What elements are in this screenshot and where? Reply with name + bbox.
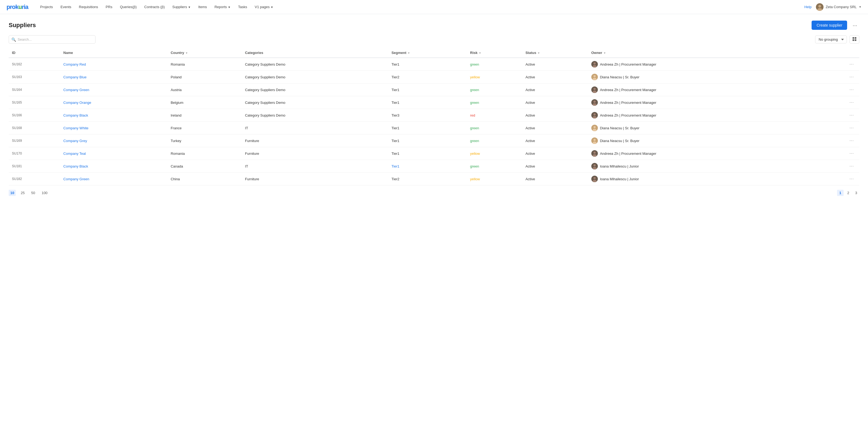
row-menu-button[interactable]: ··· xyxy=(847,163,856,170)
filter-icon-risk[interactable]: ▼ xyxy=(478,52,481,55)
cell-actions[interactable]: ··· xyxy=(812,160,859,173)
page-2-button[interactable]: 2 xyxy=(845,190,851,196)
segment-link[interactable]: Tier1 xyxy=(392,164,399,168)
dropdown-arrow-icon: ▼ xyxy=(188,6,191,9)
row-menu-button[interactable]: ··· xyxy=(847,124,856,131)
table-row: SU163Company BluePolandCategory Supplier… xyxy=(9,71,859,84)
cell-segment: Tier3 xyxy=(388,109,467,122)
row-menu-button[interactable]: ··· xyxy=(847,61,856,68)
dropdown-arrow-icon: ▼ xyxy=(271,6,273,9)
cell-segment: Tier1 xyxy=(388,58,467,71)
grouping-select[interactable]: No groupingBy CountryBy SegmentBy Status xyxy=(815,35,847,43)
svg-point-32 xyxy=(593,164,596,166)
owner-name: Andreea Zh | Procurement Manager xyxy=(600,152,656,156)
risk-badge: green xyxy=(470,88,479,92)
cell-name[interactable]: Company Blue xyxy=(60,71,167,84)
cell-name[interactable]: Company Black xyxy=(60,160,167,173)
cell-categories: Category Suppliers Demo xyxy=(242,96,388,109)
nav-link-reports[interactable]: Reports ▼ xyxy=(211,3,234,10)
supplier-name-link[interactable]: Company Red xyxy=(63,62,86,66)
nav-link-contracts[interactable]: Contracts (β) xyxy=(141,3,168,10)
supplier-name-link[interactable]: Company Blue xyxy=(63,75,87,79)
row-menu-button[interactable]: ··· xyxy=(847,175,856,183)
user-profile[interactable]: Zeta Company SRL ▼ xyxy=(816,3,862,11)
supplier-name-link[interactable]: Company White xyxy=(63,126,88,130)
cell-segment[interactable]: Tier1 xyxy=(388,160,467,173)
nav-link-projects[interactable]: Projects xyxy=(37,3,56,10)
cell-categories: Category Suppliers Demo xyxy=(242,84,388,96)
filter-icon-owner[interactable]: ▼ xyxy=(603,52,606,55)
supplier-name-link[interactable]: Company Green xyxy=(63,177,89,181)
cell-actions[interactable]: ··· xyxy=(812,84,859,96)
row-menu-button[interactable]: ··· xyxy=(847,112,856,119)
row-menu-button[interactable]: ··· xyxy=(847,137,856,144)
col-header-risk[interactable]: Risk▼ xyxy=(467,48,522,58)
row-menu-button[interactable]: ··· xyxy=(847,86,856,93)
cell-name[interactable]: Company Orange xyxy=(60,96,167,109)
create-supplier-button[interactable]: Create supplier xyxy=(812,21,847,30)
cell-actions[interactable]: ··· xyxy=(812,134,859,147)
cell-status: Active xyxy=(522,173,588,186)
cell-name[interactable]: Company White xyxy=(60,122,167,134)
page-size-10-button[interactable]: 10 xyxy=(9,190,16,196)
nav-link-tasks[interactable]: Tasks xyxy=(235,3,250,10)
col-header-segment[interactable]: Segment▼ xyxy=(388,48,467,58)
more-options-button[interactable]: ··· xyxy=(850,21,859,30)
logo[interactable]: prokuria xyxy=(6,3,28,10)
supplier-name-link[interactable]: Company Orange xyxy=(63,101,91,105)
supplier-name-link[interactable]: Company Teal xyxy=(63,152,86,156)
col-header-country[interactable]: Country▼ xyxy=(167,48,242,58)
supplier-name-link[interactable]: Company Grey xyxy=(63,139,87,143)
cell-name[interactable]: Company Teal xyxy=(60,147,167,160)
col-header-owner[interactable]: Owner▼ xyxy=(588,48,812,58)
page-3-button[interactable]: 3 xyxy=(853,190,859,196)
nav-link-requisitions[interactable]: Requisitions xyxy=(76,3,101,10)
owner-avatar xyxy=(591,99,598,106)
page-size-100-button[interactable]: 100 xyxy=(40,190,49,196)
row-menu-button[interactable]: ··· xyxy=(847,99,856,106)
cell-actions[interactable]: ··· xyxy=(812,147,859,160)
col-label-segment: Segment xyxy=(392,51,406,55)
cell-country: Austria xyxy=(167,84,242,96)
toolbar: 🔍 No groupingBy CountryBy SegmentBy Stat… xyxy=(9,35,859,44)
col-header-status[interactable]: Status▼ xyxy=(522,48,588,58)
page-1-button[interactable]: 1 xyxy=(837,190,843,196)
page-size-25-button[interactable]: 25 xyxy=(19,190,26,196)
filter-icon-segment[interactable]: ▼ xyxy=(407,52,410,55)
grid-view-button[interactable] xyxy=(849,35,859,44)
owner-cell: Ioana Mihailescu | Junior xyxy=(591,176,808,182)
cell-actions[interactable]: ··· xyxy=(812,71,859,84)
cell-name[interactable]: Company Black xyxy=(60,109,167,122)
cell-id: SU164 xyxy=(9,84,60,96)
cell-status: Active xyxy=(522,147,588,160)
cell-name[interactable]: Company Grey xyxy=(60,134,167,147)
svg-point-26 xyxy=(593,139,596,141)
supplier-name-link[interactable]: Company Black xyxy=(63,113,88,118)
cell-actions[interactable]: ··· xyxy=(812,109,859,122)
cell-actions[interactable]: ··· xyxy=(812,96,859,109)
nav-link-items[interactable]: Items xyxy=(195,3,210,10)
nav-link-events[interactable]: Events xyxy=(57,3,74,10)
cell-actions[interactable]: ··· xyxy=(812,173,859,186)
nav-link-suppliers[interactable]: Suppliers ▼ xyxy=(169,3,194,10)
help-link[interactable]: Help xyxy=(804,5,812,9)
cell-risk: green xyxy=(467,160,522,173)
cell-actions[interactable]: ··· xyxy=(812,58,859,71)
svg-point-17 xyxy=(593,101,596,103)
row-menu-button[interactable]: ··· xyxy=(847,73,856,80)
nav-link-v1pages[interactable]: V1 pages ▼ xyxy=(251,3,276,10)
cell-name[interactable]: Company Red xyxy=(60,58,167,71)
owner-cell: Andreea Zh | Procurement Manager xyxy=(591,99,808,106)
cell-name[interactable]: Company Green xyxy=(60,173,167,186)
filter-icon-status[interactable]: ▼ xyxy=(537,52,540,55)
cell-name[interactable]: Company Green xyxy=(60,84,167,96)
nav-link-prs[interactable]: PRs xyxy=(102,3,116,10)
search-input[interactable] xyxy=(9,35,95,44)
row-menu-button[interactable]: ··· xyxy=(847,150,856,157)
filter-icon-country[interactable]: ▼ xyxy=(185,52,188,55)
supplier-name-link[interactable]: Company Green xyxy=(63,88,89,92)
nav-link-queries[interactable]: Queries(β) xyxy=(117,3,140,10)
cell-actions[interactable]: ··· xyxy=(812,122,859,134)
supplier-name-link[interactable]: Company Black xyxy=(63,164,88,168)
page-size-50-button[interactable]: 50 xyxy=(30,190,37,196)
